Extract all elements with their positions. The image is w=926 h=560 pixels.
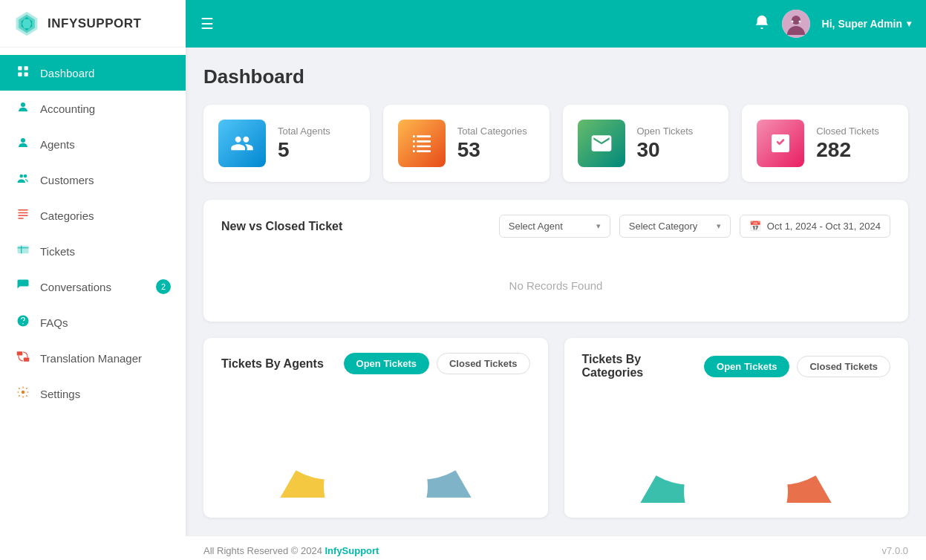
sidebar-item-label: Translation Manager [40, 352, 142, 365]
sidebar-item-customers[interactable]: Customers [0, 162, 186, 198]
user-greeting[interactable]: Hi, Super Admin ▾ [822, 18, 911, 30]
stat-card-open-tickets: Open Tickets 30 [563, 105, 729, 182]
categories-open-tickets-tab[interactable]: Open Tickets [704, 356, 789, 377]
svg-line-29 [726, 404, 736, 440]
stat-card-total-agents: Total Agents 5 [203, 105, 370, 182]
sidebar-item-conversations[interactable]: Conversations 2 [0, 269, 186, 305]
sidebar-item-translation[interactable]: Translation Manager [0, 340, 186, 376]
svg-point-18 [22, 323, 24, 325]
sidebar: INFYSUPPORT Dashboard Accounting [0, 0, 186, 560]
svg-rect-16 [18, 246, 29, 254]
stats-row: Total Agents 5 Total Categories 53 [203, 105, 908, 182]
svg-point-25 [798, 21, 801, 23]
chevron-down-icon: ▾ [717, 221, 721, 231]
select-category-dropdown[interactable]: Select Category ▾ [619, 215, 731, 238]
svg-point-10 [20, 175, 24, 178]
total-agents-label: Total Agents [278, 126, 330, 137]
chevron-down-icon: ▾ [596, 221, 601, 231]
main-content: Dashboard Total Agents 5 [186, 48, 926, 560]
footer-version: v7.0.0 [882, 545, 908, 556]
accounting-icon [15, 100, 31, 117]
avatar [782, 10, 810, 38]
open-tickets-label: Open Tickets [637, 126, 694, 137]
footer-copyright: All Rights Reserved © 2024 InfySupport [203, 545, 379, 556]
logo-icon [13, 10, 40, 37]
svg-rect-5 [25, 66, 28, 70]
open-tickets-icon-box [578, 120, 625, 167]
settings-icon [15, 385, 31, 402]
conversations-icon [15, 279, 31, 295]
tickets-by-categories-title: Tickets By Categories [582, 353, 697, 380]
total-categories-icon-box [398, 120, 446, 167]
agents-icon [15, 136, 31, 152]
date-range-picker[interactable]: 📅 Oct 1, 2024 - Oct 31, 2024 [740, 215, 890, 238]
calendar-icon: 📅 [749, 221, 761, 232]
hamburger-icon[interactable]: ☰ [200, 15, 214, 33]
agents-donut-chart [221, 386, 530, 498]
sidebar-item-label: Categories [40, 209, 94, 222]
conversations-badge: 2 [156, 279, 171, 294]
closed-tickets-value: 282 [816, 138, 879, 162]
svg-marker-3 [22, 19, 32, 28]
svg-point-8 [21, 102, 25, 107]
topbar: ☰ Hi, Super Admin ▾ [186, 0, 926, 48]
sidebar-item-label: Settings [40, 388, 80, 400]
svg-point-11 [24, 175, 27, 178]
svg-rect-4 [18, 66, 22, 70]
open-tickets-value: 30 [637, 138, 694, 162]
svg-point-21 [22, 391, 25, 394]
stat-card-total-categories: Total Categories 53 [383, 105, 550, 182]
svg-rect-6 [18, 73, 22, 76]
svg-rect-12 [18, 209, 28, 211]
svg-rect-19 [17, 351, 23, 355]
footer: All Rights Reserved © 2024 InfySupport v… [186, 535, 926, 560]
svg-rect-13 [18, 212, 28, 214]
svg-point-23 [792, 16, 801, 25]
svg-rect-14 [18, 215, 28, 217]
faqs-icon [15, 314, 31, 331]
sidebar-item-label: FAQs [40, 316, 68, 329]
grid-icon [15, 65, 31, 81]
sidebar-item-faqs[interactable]: FAQs [0, 305, 186, 340]
translate-icon [15, 350, 31, 366]
svg-point-9 [21, 138, 25, 143]
sidebar-item-categories[interactable]: Categories [0, 198, 186, 233]
total-categories-value: 53 [457, 138, 527, 162]
no-records-message: No Records Found [221, 250, 890, 307]
app-name: INFYSUPPORT [48, 16, 141, 31]
tickets-icon [15, 243, 31, 259]
sidebar-item-tickets[interactable]: Tickets [0, 233, 186, 269]
new-vs-closed-title: New vs Closed Ticket [221, 220, 490, 233]
tickets-by-agents-title: Tickets By Agents [221, 357, 336, 371]
agents-closed-tickets-tab[interactable]: Closed Tickets [437, 353, 530, 374]
select-agent-dropdown[interactable]: Select Agent ▾ [499, 215, 610, 238]
svg-rect-7 [25, 73, 28, 76]
categories-icon [15, 207, 31, 224]
categories-closed-tickets-tab[interactable]: Closed Tickets [797, 356, 890, 377]
total-agents-value: 5 [278, 138, 330, 162]
stat-card-closed-tickets: Closed Tickets 282 [742, 105, 908, 182]
svg-point-24 [791, 21, 793, 23]
tickets-by-categories-card: Tickets By Categories Open Tickets Close… [564, 338, 909, 518]
sidebar-item-label: Agents [40, 138, 75, 151]
tickets-by-agents-card: Tickets By Agents Open Tickets Closed Ti… [203, 338, 548, 518]
agents-open-tickets-tab[interactable]: Open Tickets [344, 353, 429, 374]
sidebar-item-label: Tickets [40, 245, 75, 258]
sidebar-item-accounting[interactable]: Accounting [0, 91, 186, 126]
sidebar-item-agents[interactable]: Agents [0, 126, 186, 162]
closed-tickets-icon-box [757, 120, 804, 167]
notification-bell-icon[interactable] [754, 14, 770, 34]
sidebar-item-label: Customers [40, 174, 94, 186]
new-vs-closed-section: New vs Closed Ticket Select Agent ▾ Sele… [203, 200, 908, 322]
sidebar-item-dashboard[interactable]: Dashboard [0, 55, 186, 91]
svg-rect-20 [24, 358, 30, 362]
total-agents-icon-box [218, 120, 266, 167]
footer-brand: InfySupport [325, 545, 379, 556]
categories-donut-chart [582, 391, 891, 503]
chevron-down-icon: ▾ [907, 19, 911, 29]
closed-tickets-label: Closed Tickets [816, 126, 879, 137]
logo-area: INFYSUPPORT [0, 0, 186, 48]
sidebar-item-settings[interactable]: Settings [0, 376, 186, 411]
page-title: Dashboard [203, 65, 908, 88]
sidebar-item-label: Accounting [40, 102, 95, 115]
